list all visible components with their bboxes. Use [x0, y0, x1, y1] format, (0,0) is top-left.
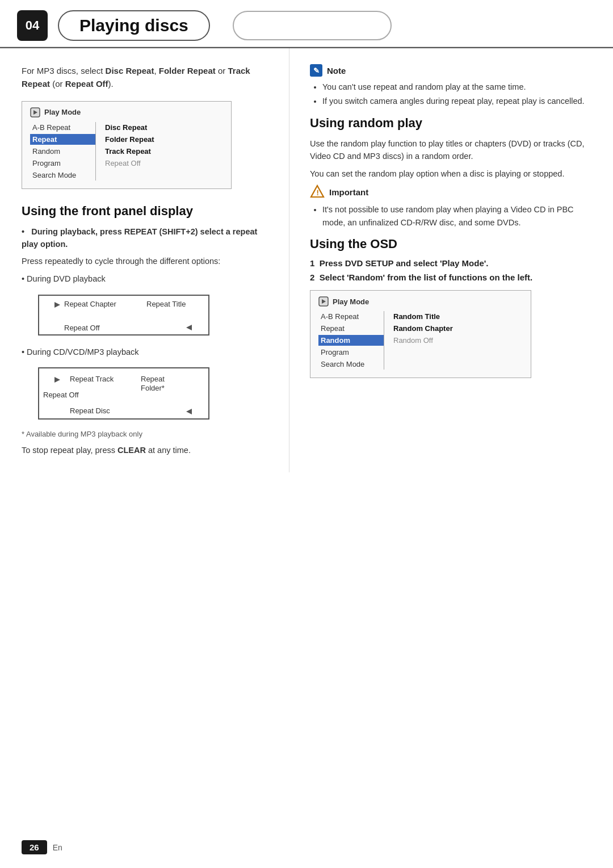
pm-row: Search Mode — [30, 170, 95, 181]
svg-text:!: ! — [317, 188, 319, 197]
pm-col-right-2: Random Title Random Chapter Random Off — [384, 311, 523, 370]
play-mode-icon-2 — [318, 296, 329, 307]
step-1: 1 Press DVD SETUP and select 'Play Mode'… — [310, 258, 593, 268]
pm-row-random-title: Random Title — [391, 311, 523, 322]
svg-text:Repeat Off: Repeat Off — [43, 391, 79, 399]
random-para-2: You can set the random play option when … — [310, 167, 593, 180]
front-panel-heading: Using the front panel display — [22, 204, 271, 219]
chapter-badge: 04 — [17, 10, 48, 41]
play-mode-box-2: Play Mode A-B Repeat Repeat Random Progr… — [310, 290, 531, 378]
pm-row-bold: Track Repeat — [103, 146, 223, 157]
pm-row: Search Mode — [318, 359, 384, 370]
osd-heading: Using the OSD — [310, 237, 593, 251]
pm-row-bold: Disc Repeat — [103, 122, 223, 133]
pm-row-muted: Repeat Off — [103, 158, 223, 169]
pm-row: Random — [30, 146, 95, 157]
pm-row: A-B Repeat — [30, 122, 95, 133]
important-heading: Important — [329, 187, 368, 197]
pm-row-random-chapter: Random Chapter — [391, 323, 523, 334]
play-mode-label: Play Mode — [44, 108, 81, 116]
note-list: You can't use repeat and random play at … — [310, 81, 593, 108]
dvd-label: • During DVD playback — [22, 272, 271, 285]
play-mode-header: Play Mode — [30, 107, 223, 118]
pm-row-highlighted: Repeat — [30, 134, 95, 145]
vcd-label: • During CD/VCD/MP3 playback — [22, 346, 271, 358]
dvd-cycle-diagram: Repeat Chapter Repeat Title Repeat Off — [33, 290, 271, 342]
bullet-heading: • During playback, press REPEAT (SHIFT+2… — [22, 225, 271, 251]
pm-row-random-highlighted: Random — [318, 335, 384, 346]
important-header: ! Important — [310, 184, 593, 199]
left-column: For MP3 discs, select Disc Repeat, Folde… — [0, 48, 289, 472]
play-mode-box-1: Play Mode A-B Repeat Repeat Random Progr… — [22, 101, 232, 189]
important-item-1: It's not possible to use random play whe… — [322, 203, 593, 229]
pm-col-left-1: A-B Repeat Repeat Random Program Search … — [30, 122, 95, 181]
svg-text:Repeat Track: Repeat Track — [70, 375, 114, 383]
play-mode-icon — [30, 107, 40, 118]
random-para-1: Use the random play function to play tit… — [310, 137, 593, 163]
step-2-num: 2 — [310, 272, 314, 282]
svg-marker-15 — [186, 409, 192, 414]
pm-row-bold: Folder Repeat — [103, 134, 223, 145]
svg-text:Repeat Disc: Repeat Disc — [70, 406, 110, 415]
note-box: ✎ Note You can't use repeat and random p… — [310, 64, 593, 108]
step-1-num: 1 — [310, 258, 314, 268]
main-content: For MP3 discs, select Disc Repeat, Folde… — [0, 48, 613, 472]
footnote: * Available during MP3 playback only — [22, 430, 271, 438]
lang-label: En — [53, 843, 62, 852]
header-right-pill — [233, 11, 392, 40]
note-heading: Note — [327, 66, 346, 76]
right-column: ✎ Note You can't use repeat and random p… — [289, 48, 613, 472]
important-list: It's not possible to use random play whe… — [310, 203, 593, 229]
svg-marker-10 — [54, 377, 60, 383]
svg-text:Repeat Title: Repeat Title — [146, 300, 186, 308]
note-icon: ✎ — [310, 64, 322, 77]
important-icon: ! — [310, 184, 325, 199]
page-footer: 26 En — [0, 840, 613, 854]
page-number: 26 — [22, 840, 47, 854]
play-mode-header-2: Play Mode — [318, 296, 523, 307]
pm-row: A-B Repeat — [318, 311, 384, 322]
play-mode-table-1: A-B Repeat Repeat Random Program Search … — [30, 122, 223, 181]
svg-text:Repeat: Repeat — [141, 375, 165, 383]
pm-col-left-2: A-B Repeat Repeat Random Program Search … — [318, 311, 384, 370]
pm-row: Program — [318, 347, 384, 358]
svg-marker-4 — [54, 302, 60, 308]
svg-text:Folder*: Folder* — [141, 384, 165, 392]
pm-row: Repeat — [318, 323, 384, 334]
page-title: Playing discs — [58, 10, 210, 41]
note-item-1: You can't use repeat and random play at … — [322, 81, 593, 93]
important-box: ! Important It's not possible to use ran… — [310, 184, 593, 229]
pm-col-right-1: Disc Repeat Folder Repeat Track Repeat R… — [95, 122, 223, 181]
stop-repeat-text: To stop repeat play, press CLEAR at any … — [22, 444, 271, 456]
pm-row-random-off: Random Off — [391, 335, 523, 346]
note-item-2: If you switch camera angles during repea… — [322, 95, 593, 107]
note-header: ✎ Note — [310, 64, 593, 77]
intro-paragraph: For MP3 discs, select Disc Repeat, Folde… — [22, 64, 271, 91]
press-text: Press repeatedly to cycle through the di… — [22, 255, 271, 267]
svg-marker-7 — [186, 325, 192, 330]
pm-row: Program — [30, 158, 95, 169]
vcd-cycle-diagram: Repeat Track Repeat Off Repeat Folder* R… — [33, 363, 271, 426]
step-1-text: Press DVD SETUP and select 'Play Mode'. — [320, 258, 489, 268]
page-header: 04 Playing discs — [0, 0, 613, 47]
play-mode-label-2: Play Mode — [333, 297, 369, 306]
random-play-heading: Using random play — [310, 116, 593, 131]
svg-text:Repeat Chapter: Repeat Chapter — [64, 300, 116, 308]
step-2-text: Select 'Random' from the list of functio… — [320, 272, 532, 282]
play-mode-table-2: A-B Repeat Repeat Random Program Search … — [318, 311, 523, 370]
svg-text:Repeat Off: Repeat Off — [64, 324, 100, 332]
step-2: 2 Select 'Random' from the list of funct… — [310, 272, 593, 282]
